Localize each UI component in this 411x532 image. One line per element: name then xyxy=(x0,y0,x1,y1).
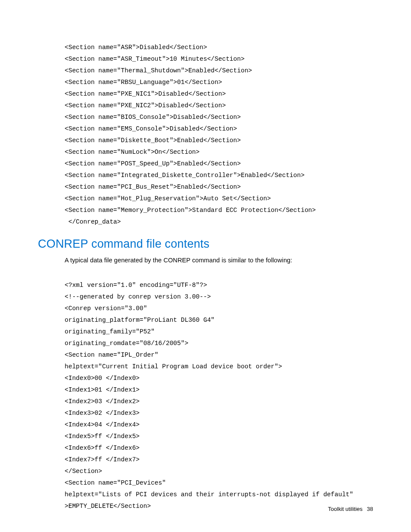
section-heading: CONREP command file contents xyxy=(38,237,373,251)
code-line: <Section name="Diskette_Boot">Enabled</S… xyxy=(65,137,241,144)
code-line: <Section name="Thermal_Shutdown">Enabled… xyxy=(65,67,252,74)
code-line: <Section name="EMS_Console">Disabled</Se… xyxy=(65,125,237,132)
code-line: </Conrep_data> xyxy=(65,218,121,225)
code-line: <Index1>01 </Index1> xyxy=(65,386,140,393)
code-line: originating_platform="ProLiant DL360 G4" xyxy=(65,317,215,324)
code-line: <Section name="Memory_Protection">Standa… xyxy=(65,207,316,214)
code-line: <Section name="Integrated_Diskette_Contr… xyxy=(65,172,305,179)
code-line: <Index2>03 </Index2> xyxy=(65,398,140,405)
code-line: helptext="Current Initial Program Load d… xyxy=(65,363,282,370)
code-line: <Index5>ff </Index5> xyxy=(65,433,140,440)
code-line: <Section name="Hot_Plug_Reservation">Aut… xyxy=(65,195,271,202)
code-line: <?xml version="1.0" encoding="UTF-8"?> xyxy=(65,282,207,289)
code-line: <!--generated by conrep version 3.00--> xyxy=(65,293,211,300)
code-line: <Section name="NumLock">On</Section> xyxy=(65,149,199,156)
code-line: <Section name="PCI_Devices" xyxy=(65,479,166,486)
code-line: <Section name="PXE_NIC2">Disabled</Secti… xyxy=(65,102,226,109)
code-block-bottom: <?xml version="1.0" encoding="UTF-8"?> <… xyxy=(65,268,373,512)
code-line: helptext="Lists of PCI devices and their… xyxy=(65,491,353,498)
code-line: <Index4>04 </Index4> xyxy=(65,421,140,428)
code-line: <Section name="POST_Speed_Up">Enabled</S… xyxy=(65,160,241,167)
code-line: originating_family="P52" xyxy=(65,328,155,335)
code-line: <Section name="BIOS_Console">Disabled</S… xyxy=(65,114,241,121)
code-line: </Section> xyxy=(65,468,102,475)
code-line: <Section name="ASR_Timeout">10 Minutes</… xyxy=(65,56,245,62)
code-line: <Index3>02 </Index3> xyxy=(65,410,140,417)
code-line: <Section name="IPL_Order" xyxy=(65,352,159,358)
page-content: <Section name="ASR">Disabled</Section> <… xyxy=(0,0,411,512)
page-number: 38 xyxy=(367,506,373,512)
footer-label: Toolkit utilities xyxy=(328,506,362,512)
code-line: <Section name="RBSU_Language">01</Sectio… xyxy=(65,79,222,86)
code-line: originating_romdate="08/16/2005"> xyxy=(65,340,188,347)
code-line: <Index7>ff </Index7> xyxy=(65,456,140,463)
page-footer: Toolkit utilities38 xyxy=(328,506,373,512)
intro-paragraph: A typical data file generated by the CON… xyxy=(65,257,373,264)
code-line: <Section name="PCI_Bus_Reset">Enabled</S… xyxy=(65,184,241,190)
code-line: <Section name="PXE_NIC1">Disabled</Secti… xyxy=(65,90,226,97)
code-line: <Conrep version="3.00" xyxy=(65,305,147,312)
code-line: <Index6>ff </Index6> xyxy=(65,445,140,451)
code-line: <Section name="ASR">Disabled</Section> xyxy=(65,44,207,51)
code-line: <Index0>00 </Index0> xyxy=(65,375,140,382)
code-block-top: <Section name="ASR">Disabled</Section> <… xyxy=(65,30,373,228)
code-line: >EMPTY_DELETE</Section> xyxy=(65,503,151,510)
